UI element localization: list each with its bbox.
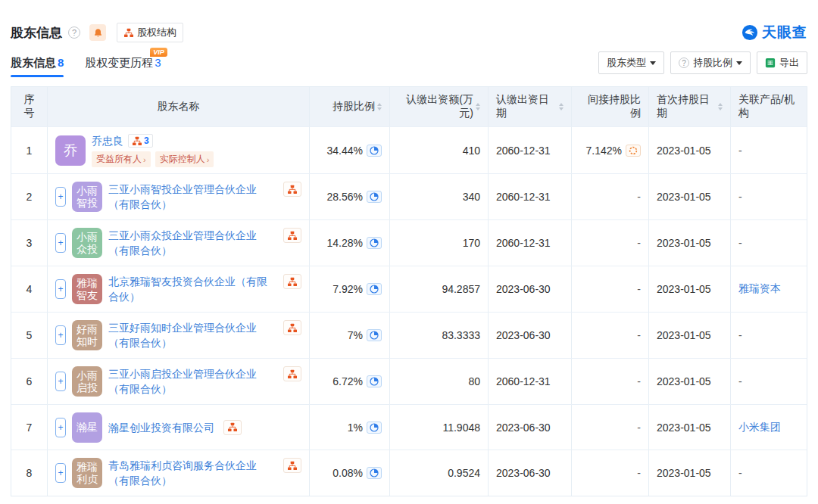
column-header: 股东名称: [48, 87, 310, 126]
holding-ratio-cell: 7.92%: [310, 266, 390, 312]
shareholder-name-link[interactable]: 乔忠良: [92, 133, 123, 148]
chevron-down-icon: [650, 61, 656, 65]
expand-toggle-icon[interactable]: +: [55, 233, 66, 253]
equity-structure-icon-button[interactable]: [283, 320, 301, 335]
expand-toggle-icon[interactable]: +: [55, 325, 66, 345]
avatar: 好雨知时: [72, 320, 102, 350]
indirect-ratio-cell: -: [572, 220, 649, 266]
related-product-cell: -: [731, 313, 807, 358]
equity-structure-icon-button[interactable]: [283, 182, 301, 197]
row-index: 1: [11, 127, 48, 173]
pie-chart-icon: [370, 285, 379, 294]
shareholder-name-link[interactable]: 北京雅瑞智友投资合伙企业（有限合伙）: [108, 274, 277, 305]
expand-toggle-icon[interactable]: +: [55, 279, 66, 299]
equity-structure-icon-button[interactable]: [283, 228, 301, 243]
sort-icon[interactable]: [377, 103, 382, 110]
shareholder-name-cell: +小雨智投三亚小雨智投企业管理合伙企业（有限合伙）: [48, 174, 310, 219]
table-row: 7+瀚星瀚星创业投资有限公司1%11.90482023-06-30-2023-0…: [11, 404, 807, 450]
section-header: 股东信息 ? 股权结构 天眼查: [11, 23, 807, 42]
subscribed-amount-cell: 340: [390, 174, 489, 219]
tab-label: 股权变更历程: [85, 56, 153, 69]
shareholder-type-dropdown[interactable]: 股东类型: [598, 51, 664, 74]
shareholder-name-link[interactable]: 瀚星创业投资有限公司: [108, 420, 214, 435]
table-row: 2+小雨智投三亚小雨智投企业管理合伙企业（有限合伙）28.56%3402060-…: [11, 173, 807, 219]
row-index: 7: [11, 405, 48, 450]
table-row: 1乔乔忠良3受益所有人›实际控制人›34.44%4102060-12-317.1…: [11, 126, 807, 173]
holding-ratio-cell: 7%: [310, 313, 390, 358]
role-tag[interactable]: 受益所有人›: [92, 151, 151, 167]
holding-ratio-cell: 14.28%: [310, 220, 390, 266]
shareholder-name-cell: +雅瑞利贞青岛雅瑞利贞咨询服务合伙企业（有限合伙）: [48, 450, 310, 496]
role-tag[interactable]: 实际控制人›: [155, 151, 214, 167]
holding-ratio-label: 持股比例: [693, 56, 732, 70]
shareholder-name-link[interactable]: 三亚小雨智投企业管理合伙企业（有限合伙）: [108, 182, 277, 213]
tianyancha-logo[interactable]: 天眼查: [742, 23, 807, 42]
sort-icon[interactable]: [559, 103, 564, 110]
indirect-ratio-icon: [629, 146, 638, 155]
expand-toggle-icon[interactable]: +: [55, 463, 66, 483]
indirect-ratio-icon-button[interactable]: [626, 145, 641, 157]
shareholders-table: 序号股东名称持股比例认缴出资额(万元)认缴出资日期间接持股比例首次持股日期关联产…: [11, 86, 807, 496]
pie-chart-icon-button[interactable]: [367, 145, 382, 157]
shareholder-name-link[interactable]: 三亚小雨众投企业管理合伙企业（有限合伙）: [108, 228, 277, 259]
association-count-badge[interactable]: 3: [128, 134, 153, 148]
related-product-cell: -: [731, 174, 807, 219]
related-product-cell: 小米集团: [731, 405, 807, 450]
related-product-cell: -: [731, 359, 807, 404]
equity-structure-icon-button[interactable]: [283, 274, 301, 289]
column-header: 持股比例: [310, 87, 390, 126]
tab-equity-change-history[interactable]: 股权变更历程3 VIP: [85, 56, 161, 77]
table-header-row: 序号股东名称持股比例认缴出资额(万元)认缴出资日期间接持股比例首次持股日期关联产…: [11, 87, 807, 126]
pie-chart-icon-button[interactable]: [367, 237, 382, 249]
related-product-link[interactable]: 雅瑞资本: [738, 282, 781, 296]
shareholder-info-panel: 股东信息 ? 股权结构 天眼查 股东信息8 股权变更历程3 VIP: [0, 0, 818, 504]
sort-icon[interactable]: [476, 103, 480, 110]
bell-icon[interactable]: [89, 24, 106, 41]
org-chart-icon: [287, 277, 298, 287]
chevron-right-icon: ›: [207, 155, 210, 164]
expand-toggle-icon[interactable]: +: [55, 372, 66, 391]
pie-chart-icon-button[interactable]: [367, 467, 382, 479]
pie-chart-icon-button[interactable]: [367, 191, 382, 203]
column-header: 首次持股日期: [649, 87, 731, 126]
indirect-ratio-cell: -: [572, 266, 649, 312]
expand-toggle-icon[interactable]: +: [55, 187, 66, 207]
related-product-cell: -: [731, 450, 807, 496]
holding-ratio-cell: 0.08%: [310, 450, 390, 496]
org-chart-icon: [123, 28, 134, 38]
shareholder-name-link[interactable]: 三亚好雨知时企业管理合伙企业（有限合伙）: [108, 320, 277, 351]
help-icon[interactable]: ?: [68, 26, 80, 39]
holding-ratio-dropdown[interactable]: ? 持股比例: [670, 51, 751, 74]
avatar: 乔: [55, 135, 86, 166]
equity-structure-icon-button[interactable]: [223, 420, 242, 435]
first-holding-date-cell: 2023-01-05: [649, 313, 731, 358]
first-holding-date-cell: 2023-01-05: [649, 174, 731, 219]
pie-chart-icon-button[interactable]: [367, 375, 382, 387]
column-header: 间接持股比例: [572, 87, 649, 126]
table-row: 8+雅瑞利贞青岛雅瑞利贞咨询服务合伙企业（有限合伙）0.08%0.9524202…: [11, 450, 807, 496]
role-tags: 受益所有人›实际控制人›: [92, 151, 301, 167]
subscribed-date-cell: 2023-06-30: [489, 405, 572, 450]
equity-structure-button[interactable]: 股权结构: [117, 23, 183, 42]
equity-structure-icon-button[interactable]: [283, 366, 301, 381]
pie-chart-icon-button[interactable]: [367, 283, 382, 295]
equity-structure-icon-button[interactable]: [283, 458, 301, 473]
related-product-cell: -: [731, 127, 807, 173]
tabs-toolbar-row: 股东信息8 股权变更历程3 VIP 股东类型 ? 持股比例 导出: [11, 53, 807, 77]
export-button[interactable]: 导出: [757, 51, 807, 74]
table-row: 6+小雨启投三亚小雨启投企业管理合伙企业（有限合伙）6.72%802060-12…: [11, 358, 807, 404]
related-product-link[interactable]: 小米集团: [738, 421, 781, 434]
shareholder-name-cell: +小雨众投三亚小雨众投企业管理合伙企业（有限合伙）: [48, 220, 310, 266]
pie-chart-icon-button[interactable]: [367, 329, 382, 341]
sort-icon[interactable]: [718, 103, 723, 110]
pie-chart-icon-button[interactable]: [367, 422, 382, 434]
tab-shareholder-info[interactable]: 股东信息8: [11, 56, 64, 77]
row-index: 8: [11, 450, 48, 496]
shareholder-name-cell: +好雨知时三亚好雨知时企业管理合伙企业（有限合伙）: [48, 313, 310, 358]
org-chart-icon: [227, 422, 238, 432]
expand-toggle-icon[interactable]: +: [55, 418, 66, 437]
shareholder-name-link[interactable]: 三亚小雨启投企业管理合伙企业（有限合伙）: [108, 366, 277, 397]
subscribed-amount-cell: 94.2857: [390, 266, 489, 312]
shareholder-name-link[interactable]: 青岛雅瑞利贞咨询服务合伙企业（有限合伙）: [108, 458, 277, 489]
avatar: 小雨众投: [72, 228, 102, 258]
